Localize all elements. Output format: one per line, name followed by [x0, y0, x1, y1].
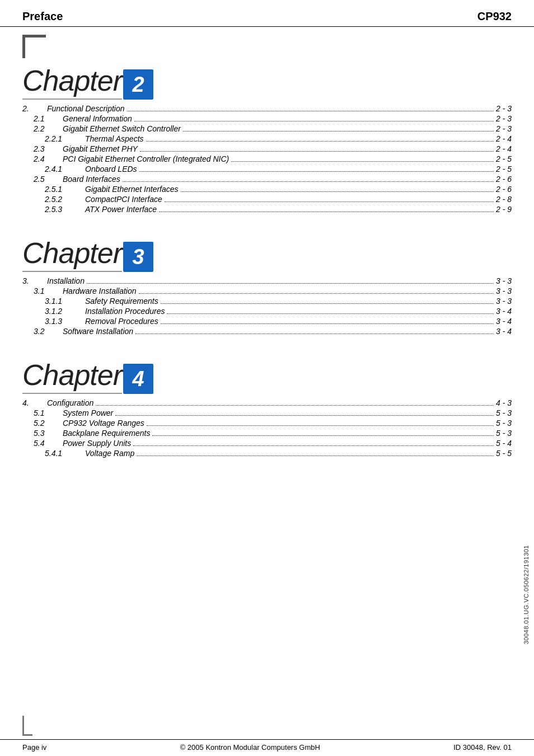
toc-entry-dots	[146, 141, 494, 142]
toc-entry-page: 3 - 4	[496, 317, 512, 326]
toc-entry: 3.1.2Installation Procedures3 - 4	[22, 307, 512, 316]
chapter-label-3: Chapter	[22, 236, 122, 272]
side-document-id: 30048.01.UG.VC.050622/191301	[523, 545, 530, 644]
toc-entry: 2.2.1Thermal Aspects2 - 4	[22, 134, 512, 143]
toc-entry: 3.2Software Installation3 - 4	[22, 327, 512, 336]
toc-entry-page: 5 - 3	[496, 419, 512, 428]
toc-entry-page: 2 - 6	[496, 175, 512, 184]
toc-entry-number: 5.4	[34, 439, 63, 448]
toc-entry-title: Voltage Ramp	[85, 449, 134, 458]
toc-entry-page: 3 - 3	[496, 297, 512, 306]
toc-entry: 5.2CP932 Voltage Ranges5 - 3	[22, 419, 512, 428]
chapter-label-2: Chapter	[22, 64, 122, 100]
toc-entry-number: 3.2	[34, 327, 63, 336]
toc-entry-title: Onboard LEDs	[85, 165, 137, 173]
toc-entry-number: 2.2	[34, 124, 63, 133]
toc-entry-title: System Power	[63, 408, 113, 417]
toc-entry-title: ATX Power Interface	[85, 205, 157, 214]
corner-bracket-icon	[22, 35, 46, 58]
page-header: Preface CP932	[0, 0, 534, 27]
toc-entry-title: General Information	[63, 114, 132, 123]
toc-entry-page: 2 - 9	[496, 205, 512, 214]
toc-entry: 2.4.1Onboard LEDs2 - 5	[22, 165, 512, 173]
toc-entry: 5.4Power Supply Units5 - 4	[22, 439, 512, 448]
toc-entry-number: 2.4	[34, 154, 63, 163]
toc-entry-title: Installation Procedures	[85, 307, 165, 316]
toc-entry-number: 5.2	[34, 419, 63, 428]
toc-chapter-3: 3.Installation3 - 33.1Hardware Installat…	[22, 276, 512, 336]
toc-entry-number: 3.1.2	[45, 307, 85, 316]
chapter-number-3: 3	[123, 242, 153, 272]
toc-entry-dots	[137, 456, 494, 456]
toc-entry-number: 3.1	[34, 287, 63, 295]
chapter-number-4: 4	[123, 364, 153, 394]
toc-entry: 2.5Board Interfaces2 - 6	[22, 175, 512, 184]
toc-entry-title: Backplane Requirements	[63, 429, 150, 438]
toc-entry-dots	[183, 131, 494, 132]
toc-entry: 4.Configuration4 - 3	[22, 398, 512, 407]
toc-entry-dots	[161, 323, 494, 324]
toc-entry: 5.4.1Voltage Ramp5 - 5	[22, 449, 512, 458]
toc-entry-page: 3 - 4	[496, 307, 512, 316]
toc-entry-number: 5.1	[34, 408, 63, 417]
header-product-name: CP932	[477, 10, 512, 23]
toc-entry: 3.1.1Safety Requirements3 - 3	[22, 297, 512, 306]
toc-entry-title: CP932 Voltage Ranges	[63, 419, 144, 428]
toc-entry-dots	[152, 435, 494, 436]
toc-entry-title: Gigabit Ethernet PHY	[63, 144, 138, 153]
chapter-4-heading: Chapter 4	[22, 358, 512, 394]
toc-entry: 2.3Gigabit Ethernet PHY2 - 4	[22, 144, 512, 153]
toc-entry-page: 2 - 5	[496, 165, 512, 173]
toc-entry-page: 2 - 3	[496, 114, 512, 123]
toc-entry-page: 2 - 6	[496, 185, 512, 194]
toc-entry: 3.Installation3 - 3	[22, 276, 512, 285]
toc-entry: 5.1System Power5 - 3	[22, 408, 512, 417]
toc-entry-page: 3 - 4	[496, 327, 512, 336]
toc-entry-title: Gigabit Ethernet Switch Controller	[63, 124, 181, 133]
toc-entry-number: 3.	[22, 276, 47, 285]
toc-entry-title: Removal Procedures	[85, 317, 158, 326]
toc-entry-number: 2.2.1	[45, 134, 85, 143]
toc-entry-number: 2.1	[34, 114, 63, 123]
toc-entry-number: 2.4.1	[45, 165, 85, 173]
toc-entry-page: 5 - 4	[496, 439, 512, 448]
toc-entry-page: 3 - 3	[496, 287, 512, 295]
toc-entry-number: 2.	[22, 104, 47, 113]
toc-entry-page: 2 - 4	[496, 134, 512, 143]
toc-entry-title: Board Interfaces	[63, 175, 120, 184]
toc-entry: 2.5.3ATX Power Interface2 - 9	[22, 205, 512, 214]
toc-entry-dots	[140, 151, 494, 152]
chapter-label-4: Chapter	[22, 358, 122, 394]
toc-entry: 2.5.2CompactPCI Interface2 - 8	[22, 195, 512, 204]
toc-entry-dots	[167, 313, 494, 314]
toc-entry-dots	[96, 405, 494, 406]
toc-entry-page: 2 - 3	[496, 124, 512, 133]
toc-entry-dots	[133, 445, 494, 446]
toc-entry-page: 4 - 3	[496, 398, 512, 407]
toc-entry-number: 2.5	[34, 175, 63, 184]
toc-chapter-4: 4.Configuration4 - 35.1System Power5 - 3…	[22, 398, 512, 458]
toc-entry-dots	[123, 181, 494, 182]
toc-entry-title: CompactPCI Interface	[85, 195, 162, 204]
footer-page-number: Page iv	[22, 743, 46, 752]
toc-entry-dots	[181, 191, 494, 192]
header-section-title: Preface	[22, 10, 63, 23]
toc-entry-dots	[139, 293, 494, 294]
toc-entry-title: Software Installation	[63, 327, 133, 336]
toc-entry-dots	[115, 415, 494, 416]
toc-entry-number: 3.1.1	[45, 297, 85, 306]
toc-entry-title: Installation	[47, 276, 85, 285]
toc-entry-dots	[165, 201, 494, 202]
toc-entry: 5.3Backplane Requirements5 - 3	[22, 429, 512, 438]
toc-entry-number: 2.3	[34, 144, 63, 153]
toc-entry-title: PCI Gigabit Ethernet Controller (Integra…	[63, 154, 229, 163]
toc-entry: 3.1Hardware Installation3 - 3	[22, 287, 512, 295]
toc-entry-dots	[139, 171, 494, 172]
toc-entry-dots	[159, 212, 494, 212]
toc-entry-number: 4.	[22, 398, 47, 407]
toc-chapter-2: 2.Functional Description2 - 32.1General …	[22, 104, 512, 214]
toc-entry-page: 5 - 5	[496, 449, 512, 458]
toc-entry-title: Functional Description	[47, 104, 125, 113]
toc-entry-title: Thermal Aspects	[85, 134, 144, 143]
page-container: Preface CP932 Chapter 2 2.Functional Des…	[0, 0, 534, 756]
